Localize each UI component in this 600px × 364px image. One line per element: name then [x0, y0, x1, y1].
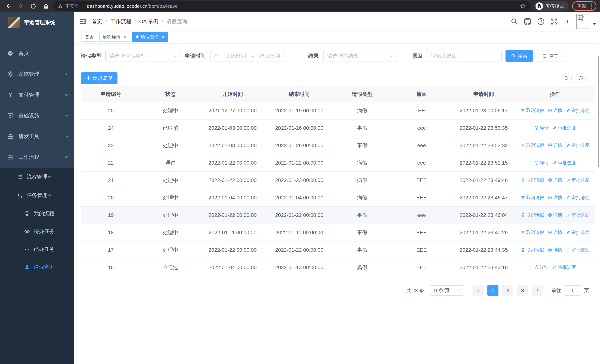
detail-action[interactable]: 详情 [548, 212, 562, 218]
table-row[interactable]: 21 处理中 2022-01-22 00:00:00 2022-01-23 00… [81, 172, 595, 189]
cell-apply-time: 2022-01-23 00:06:17 [452, 102, 515, 119]
goto-page-input[interactable] [564, 285, 581, 296]
page-button-2[interactable]: 2 [502, 285, 513, 296]
browser-menu-icon[interactable] [590, 3, 593, 9]
detail-action[interactable]: 详情 [548, 177, 562, 183]
create-leave-button[interactable]: 发起请假 [81, 72, 117, 84]
refresh-table-button[interactable] [576, 73, 586, 84]
app-logo[interactable]: 芋道管理系统 [0, 12, 74, 33]
reset-button[interactable]: 重置 [537, 50, 564, 62]
sidebar-item-payment[interactable]: ¥ 支付管理 [0, 84, 74, 105]
approval-progress-action[interactable]: 审批进度 [566, 195, 589, 201]
avatar[interactable] [576, 14, 590, 29]
bookmark-star-icon[interactable] [520, 3, 526, 9]
detail-action[interactable]: 详情 [534, 125, 549, 131]
sidebar-item-dev-tools[interactable]: 研发工具 [0, 126, 74, 147]
detail-action[interactable]: 详情 [548, 142, 562, 148]
sidebar-toggle-icon[interactable] [74, 12, 92, 31]
search-button[interactable]: 搜索 [506, 50, 533, 62]
cancel-leave-action[interactable]: 取消请假 [521, 247, 544, 253]
tag-home[interactable]: 首页 [82, 32, 97, 42]
sidebar-item-my-process[interactable]: 我的流程 [0, 205, 74, 222]
breadcrumb-home[interactable]: 首页 [92, 18, 102, 25]
page-size-select[interactable]: 10条/页 [430, 285, 464, 296]
browser-home-button[interactable] [41, 2, 50, 10]
sidebar-item-process-management[interactable]: 流程管理 [0, 168, 74, 186]
browser-update-button[interactable]: 更新 [572, 1, 596, 11]
breadcrumb-oa-example[interactable]: OA 示例 [139, 18, 159, 25]
detail-action[interactable]: 详情 [548, 247, 562, 253]
table-row[interactable]: 24 已取消 2022-01-03 00:00:00 2022-01-26 00… [81, 119, 595, 137]
browser-back-button[interactable] [4, 2, 13, 10]
tag-process-detail[interactable]: 流程详情 × [99, 32, 130, 42]
approval-progress-action[interactable]: 审批进度 [566, 212, 589, 218]
cell-apply-time: 2022-01-22 23:51:15 [452, 154, 515, 172]
header-search-icon[interactable] [508, 18, 521, 25]
table-row[interactable]: 23 处理中 2022-01-03 00:00:00 2022-01-26 00… [81, 137, 595, 154]
detail-action[interactable]: 详情 [534, 160, 549, 166]
address-bar[interactable]: 不安全 dashboard.yudao.iocoder.cn/bpm/oa/le… [53, 1, 530, 11]
sidebar-item-todo-tasks[interactable]: 待办任务 [0, 222, 74, 240]
detail-action[interactable]: 详情 [548, 107, 562, 113]
browser-forward-button[interactable] [16, 2, 25, 10]
browser-reload-button[interactable] [29, 2, 38, 10]
cancel-leave-action[interactable]: 取消请假 [521, 229, 544, 235]
sidebar-item-system[interactable]: 系统管理 [0, 64, 74, 84]
breadcrumb-workflow[interactable]: 工作流程 [111, 18, 131, 25]
table-row[interactable]: 25 处理中 2021-12-27 00:00:00 2022-01-19 00… [81, 102, 595, 119]
table-row[interactable]: 16 不通过 2022-01-04 00:00:00 2022-01-13 00… [81, 259, 595, 276]
github-icon[interactable] [521, 18, 534, 25]
approval-progress-action[interactable]: 审批进度 [566, 177, 589, 183]
security-label[interactable]: 不安全 [65, 3, 79, 9]
close-icon[interactable]: × [161, 34, 165, 39]
approval-progress-action[interactable]: 审批进度 [552, 125, 576, 131]
tags-view-bar: 首页 流程详情 × 请假查询 × [74, 31, 600, 43]
fullscreen-icon[interactable] [548, 18, 561, 25]
prev-page-button[interactable] [472, 285, 484, 296]
table-row[interactable]: 17 处理中 2022-01-22 00:00:00 2022-01-22 00… [81, 241, 595, 259]
calendar-icon [214, 53, 219, 59]
table-row[interactable]: 20 处理中 2022-01-04 00:00:00 2022-01-04 00… [81, 189, 595, 206]
approval-progress-action[interactable]: 审批进度 [566, 247, 589, 253]
sidebar-item-leave-query[interactable]: 请假查询 [0, 258, 74, 276]
approval-progress-action[interactable]: 审批进度 [566, 142, 589, 148]
sidebar-item-infrastructure[interactable]: 基础设施 [0, 105, 74, 126]
cell-reason: EEE [391, 259, 452, 276]
sidebar-item-workflow[interactable]: 工作流程 [0, 147, 74, 168]
tag-leave-query[interactable]: 请假查询 × [132, 32, 168, 42]
approval-progress-action[interactable]: 审批进度 [566, 107, 589, 113]
leave-type-select[interactable]: 请选择请假类型 [105, 50, 181, 62]
browser-scrollbar[interactable] [598, 56, 599, 167]
next-page-button[interactable] [532, 285, 543, 296]
sidebar-item-task-management[interactable]: 任务管理 [0, 186, 74, 205]
reason-input[interactable] [431, 53, 498, 59]
detail-action[interactable]: 详情 [534, 264, 549, 270]
table-toolbar: 发起请假 [81, 72, 595, 84]
approval-progress-action[interactable]: 审批进度 [552, 160, 576, 166]
table-row[interactable]: 22 通过 2022-01-22 00:00:00 2022-01-22 00:… [81, 154, 595, 172]
toggle-search-button[interactable] [562, 73, 572, 84]
cancel-leave-action[interactable]: 取消请假 [521, 177, 544, 183]
cancel-leave-action[interactable]: 取消请假 [521, 212, 544, 218]
page-button-3[interactable]: 3 [517, 285, 528, 296]
approval-progress-action[interactable]: 审批进度 [566, 229, 589, 235]
table-row[interactable]: 18 处理中 2022-01-11 00:00:00 2022-01-11 00… [81, 224, 595, 241]
chevron-up-icon [47, 193, 52, 197]
cell-leave-type: 病假 [334, 102, 391, 119]
page-button-1[interactable]: 1 [487, 285, 498, 296]
sidebar-item-home[interactable]: 首页 [0, 43, 74, 64]
avatar-dropdown-icon[interactable] [593, 23, 596, 25]
table-row[interactable]: 19 处理中 2022-01-22 00:00:00 2022-01-22 00… [81, 206, 595, 224]
result-select[interactable]: 请选择流结果 [323, 50, 397, 62]
approval-progress-action[interactable]: 审批进度 [552, 264, 576, 270]
sidebar-item-done-tasks[interactable]: 已办任务 [0, 240, 74, 258]
apply-time-range-picker[interactable]: 开始日期 - 结束日期 [210, 50, 284, 62]
font-size-icon[interactable]: TT [561, 18, 572, 25]
cancel-leave-action[interactable]: 取消请假 [521, 142, 544, 148]
help-icon[interactable] [534, 18, 548, 25]
close-icon[interactable]: × [123, 34, 127, 39]
detail-action[interactable]: 详情 [548, 195, 562, 201]
cancel-leave-action[interactable]: 取消请假 [521, 107, 544, 113]
detail-action[interactable]: 详情 [548, 229, 562, 235]
cancel-leave-action[interactable]: 取消请假 [521, 195, 544, 201]
